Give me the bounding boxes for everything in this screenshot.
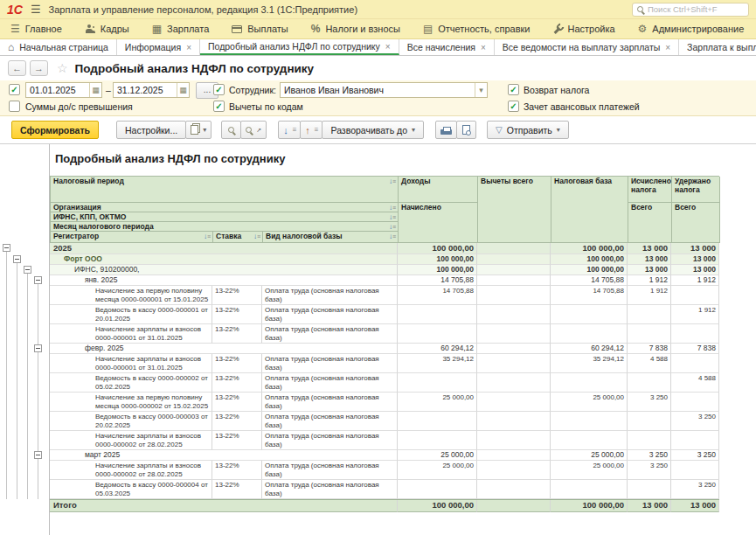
collapse-group-icon[interactable] — [34, 451, 42, 459]
menu-item-glavnoe[interactable]: ☰Главное — [10, 24, 62, 34]
calendar-icon[interactable]: ▦ — [89, 83, 101, 97]
menu-item-kadry[interactable]: Кадры — [85, 24, 129, 34]
table-row[interactable]: Начисление зарплаты и взносов 0000-00000… — [50, 461, 719, 480]
close-icon[interactable]: × — [481, 43, 486, 52]
sort-icon[interactable]: ↓≡ — [389, 233, 396, 241]
sort-icon[interactable]: ↓≡ — [389, 223, 396, 232]
table-row[interactable]: Ведомость в кассу 0000-000004 от 05.03.2… — [50, 480, 719, 499]
table-row[interactable]: Ведомость в кассу 0000-000002 от 05.02.2… — [50, 373, 719, 393]
collapse-groups-button[interactable]: ↓≡ — [278, 121, 301, 139]
header-organization[interactable]: Организация↓≡ — [51, 203, 399, 212]
collapse-group-icon[interactable] — [24, 266, 31, 274]
print-button[interactable] — [435, 121, 457, 139]
group-row[interactable]: 2025100 000,00100 000,0013 00013 000 — [50, 243, 719, 254]
table-row[interactable]: Ведомость в кассу 0000-000001 от 20.01.2… — [50, 305, 719, 324]
main-menu-icon[interactable]: ☰ — [31, 3, 41, 16]
expand-icon: ↑ — [305, 125, 310, 135]
advance-offset-checkbox[interactable]: ✓ — [508, 101, 519, 112]
settings-button[interactable]: Настройки... — [116, 121, 186, 139]
report-variants-button[interactable]: ▾ — [185, 121, 212, 139]
print-preview-button[interactable] — [456, 121, 476, 139]
cell-calculated: 3 250 — [628, 461, 671, 480]
menu-item-vyplaty[interactable]: Выплаты — [232, 24, 288, 34]
find-button[interactable] — [221, 121, 241, 139]
global-search-input[interactable]: Поиск Ctrl+Shift+F — [632, 3, 749, 17]
tab-vse-vedomosti[interactable]: Все ведомости на выплату зарплаты× — [495, 39, 679, 55]
collapse-group-icon[interactable] — [3, 244, 10, 252]
menu-item-administrirovanie[interactable]: ⚙Администрирование — [638, 24, 745, 34]
menu-item-nastroyka[interactable]: Настройка — [552, 24, 614, 34]
header-registrar[interactable]: Регистратор↓≡ — [51, 232, 213, 243]
collapse-group-icon[interactable] — [13, 255, 21, 263]
favorite-star-icon[interactable]: ☆ — [57, 61, 68, 75]
cell-label: Ведомость в кассу 0000-000002 от 05.02.2… — [50, 373, 212, 393]
period-from-field[interactable]: 01.01.2025 ▦ — [25, 82, 102, 98]
table-row[interactable]: Начисление за первую половину месяца 000… — [50, 393, 719, 412]
table-row[interactable]: Начисление за первую половину месяца 000… — [50, 286, 719, 305]
header-calculated-total[interactable]: Всего — [628, 203, 672, 243]
close-icon[interactable]: × — [665, 43, 670, 52]
menu-item-otchetnost[interactable]: ▤Отчетность, справки — [423, 24, 531, 34]
sort-icon[interactable]: ↓≡ — [204, 233, 211, 241]
forward-button[interactable]: → — [30, 60, 48, 76]
group-row[interactable]: март 202525 000,0025 000,003 2503 250 — [50, 450, 719, 461]
sort-icon[interactable]: ↓≡ — [389, 213, 396, 222]
collapse-group-icon[interactable] — [34, 344, 42, 352]
percent-icon: % — [311, 23, 321, 35]
find-next-button[interactable]: ↗ — [240, 121, 267, 139]
group-row[interactable]: янв. 202514 705,8814 705,881 9121 912 — [50, 275, 719, 286]
tax-refund-checkbox[interactable]: ✓ — [508, 84, 519, 95]
cell-taxbase: 100 000,00 — [551, 500, 628, 512]
header-tax-period[interactable]: Налоговый период↓≡ — [51, 177, 399, 203]
header-calculated-tax[interactable]: Исчислено налога — [628, 177, 672, 203]
header-withheld-tax[interactable]: Удержано налога — [672, 177, 720, 203]
send-icon: ▽ — [496, 125, 503, 135]
table-row[interactable]: Начисление зарплаты и взносов 0000-00000… — [50, 324, 719, 344]
header-rate[interactable]: Ставка↓≡ — [213, 232, 263, 243]
tab-informaciya[interactable]: Информация× — [117, 39, 200, 55]
collapse-group-icon[interactable] — [34, 276, 42, 284]
header-accrued[interactable]: Начислено — [399, 203, 478, 243]
header-withheld-total[interactable]: Всего — [672, 203, 720, 243]
send-button[interactable]: ▽Отправить▾ — [487, 121, 569, 139]
group-row[interactable]: февр. 202560 294,1260 294,127 8387 838 — [50, 344, 719, 354]
table-row[interactable]: Начисление зарплаты и взносов 0000-00000… — [50, 431, 719, 450]
group-row[interactable]: Форт ООО100 000,00100 000,0013 00013 000 — [50, 254, 719, 265]
header-deductions-total[interactable]: Вычеты всего — [478, 177, 551, 243]
tab-vse-nachisleniya[interactable]: Все начисления× — [399, 39, 495, 55]
header-ifns[interactable]: ИФНС, КПП, ОКТМО↓≡ — [51, 212, 399, 222]
sort-icon[interactable]: ↓≡ — [389, 204, 396, 212]
table-row[interactable]: Начисление зарплаты и взносов 0000-00000… — [50, 354, 719, 373]
employee-checkbox[interactable]: ✓ — [213, 84, 225, 95]
expand-to-button[interactable]: Разворачивать до▾ — [322, 121, 424, 139]
generate-button[interactable]: Сформировать — [11, 121, 99, 139]
tab-home[interactable]: ⌂Начальная страница — [0, 39, 117, 55]
back-button[interactable]: ← — [8, 60, 26, 76]
calendar-icon[interactable]: ▦ — [177, 83, 189, 97]
sums-checkbox[interactable] — [9, 101, 20, 112]
tab-label: Все начисления — [407, 42, 475, 52]
sort-icon[interactable]: ↓≡ — [389, 177, 396, 186]
period-checkbox[interactable]: ✓ — [9, 84, 20, 95]
cell-calculated — [628, 324, 671, 344]
chevron-down-icon[interactable]: ▾ — [475, 83, 487, 97]
header-income[interactable]: Доходы — [399, 177, 478, 203]
sort-icon[interactable]: ↓≡ — [253, 233, 260, 241]
header-base-kind[interactable]: Вид налоговой базы↓≡ — [263, 232, 399, 243]
tab-zarplata-k-vyplate[interactable]: Зарплата к выплате× — [679, 39, 756, 55]
deduction-codes-checkbox[interactable]: ✓ — [213, 101, 225, 112]
period-to-field[interactable]: 31.12.2025 ▦ — [113, 82, 190, 98]
header-tax-base[interactable]: Налоговая база — [551, 177, 628, 243]
close-icon[interactable]: × — [385, 42, 391, 52]
expand-groups-button[interactable]: ↑≡ — [300, 121, 323, 139]
total-row[interactable]: Итого100 000,00100 000,0013 00013 000 — [50, 499, 719, 512]
employee-field[interactable]: Иванов Иван Иванович ▾ — [280, 82, 488, 98]
close-icon[interactable]: × — [186, 43, 191, 52]
table-row[interactable]: Ведомость в кассу 0000-000003 от 20.02.2… — [50, 412, 719, 431]
menu-item-zarplata[interactable]: ▦Зарплата — [152, 24, 210, 34]
page-title: Подробный анализ НДФЛ по сотруднику — [75, 62, 315, 75]
menu-item-nalogi[interactable]: %Налоги и взносы — [311, 23, 400, 35]
header-month[interactable]: Месяц налогового периода↓≡ — [51, 222, 399, 232]
tab-podrobnyy-analiz-ndfl[interactable]: Подробный анализ НДФЛ по сотруднику× — [200, 39, 399, 55]
group-row[interactable]: ИФНС, 910200000,100 000,00100 000,0013 0… — [50, 265, 719, 275]
